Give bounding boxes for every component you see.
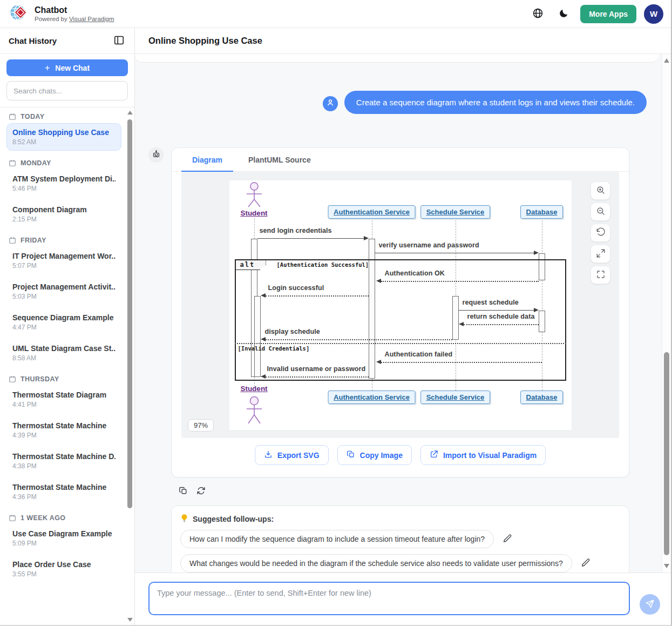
scroll-up-arrow-icon[interactable] xyxy=(127,111,133,115)
sidebar-scrollbar-thumb[interactable] xyxy=(127,119,132,508)
chat-item-title: Thermostat State Machine D... xyxy=(12,452,116,461)
reset-view-button[interactable] xyxy=(590,224,610,242)
chat-history-item[interactable]: Online Shopping Use Case8:52 AM xyxy=(6,123,121,151)
regenerate-icon xyxy=(196,486,206,497)
globe-icon xyxy=(532,8,544,21)
pencil-icon xyxy=(581,558,590,569)
chat-history-item[interactable]: Thermostat State Diagram4:41 PM xyxy=(6,386,121,413)
export-svg-button[interactable]: Export SVG xyxy=(255,445,329,465)
message-line xyxy=(375,253,534,253)
copy-icon xyxy=(179,486,188,497)
followup-suggestion[interactable]: How can I modify the sequence diagram to… xyxy=(180,530,494,548)
chat-history-item[interactable]: Place Order Use Case3:55 PM xyxy=(6,555,121,583)
robot-icon xyxy=(152,150,161,161)
participant-schedule-service-bottom: Schedule Service xyxy=(420,391,491,404)
tab-diagram[interactable]: Diagram xyxy=(181,148,233,172)
chat-item-title: IT Project Management Wor... xyxy=(12,252,116,260)
chat-group-header: MONDAY xyxy=(9,159,119,167)
chat-item-time: 4:39 PM xyxy=(12,432,116,439)
alt-divider xyxy=(235,343,566,344)
send-button[interactable] xyxy=(640,594,660,615)
top-right-controls: More Apps W xyxy=(528,4,663,24)
chat-item-time: 8:58 AM xyxy=(12,354,116,362)
chat-item-title: Sequence Diagram Example xyxy=(12,313,116,322)
followups-card: Suggested follow-ups: How can I modify t… xyxy=(171,506,629,573)
scroll-down-arrow-icon[interactable] xyxy=(127,618,133,622)
chat-history-item[interactable]: Component Diagram2:15 PM xyxy=(6,200,121,228)
more-apps-button[interactable]: More Apps xyxy=(580,5,636,23)
chat-history-item[interactable]: Use Case Diagram Example5:09 PM xyxy=(6,524,121,552)
message-composer xyxy=(135,573,671,625)
edit-followup-button[interactable] xyxy=(581,558,590,569)
message-label: return schedule data xyxy=(467,313,535,320)
main-scrollbar-thumb[interactable] xyxy=(664,352,669,555)
fullscreen-button[interactable] xyxy=(590,266,610,284)
chat-group-label: MONDAY xyxy=(21,159,51,167)
calendar-icon xyxy=(9,375,16,383)
message-tools xyxy=(179,486,629,497)
followup-suggestion[interactable]: What changes would be needed in the diag… xyxy=(180,554,572,573)
chat-item-title: Thermostat State Machine xyxy=(12,421,116,430)
diagram-viewport[interactable]: Student Authentication Service Schedule … xyxy=(181,172,619,438)
zoom-in-icon xyxy=(596,185,606,197)
sidebar-scrollbar[interactable] xyxy=(127,107,133,625)
zoom-in-button[interactable] xyxy=(590,181,610,200)
zoom-out-icon xyxy=(596,206,606,218)
import-to-visual-paradigm-button[interactable]: Import to Visual Paradigm xyxy=(420,445,546,465)
copy-image-button[interactable]: Copy Image xyxy=(337,445,412,465)
main-scrollbar[interactable] xyxy=(662,54,671,573)
new-chat-button[interactable]: +New Chat xyxy=(6,59,128,76)
fit-to-screen-button[interactable] xyxy=(590,245,610,263)
chat-item-title: Place Order Use Case xyxy=(12,560,116,569)
chat-history-item[interactable]: ATM System Deployment Di...5:46 PM xyxy=(6,170,121,197)
calendar-icon xyxy=(9,113,16,120)
external-link-icon xyxy=(430,450,438,460)
brand: Chatbot Powered by Visual Paradigm xyxy=(9,3,114,25)
guard-invalid-credentials: [Invalid Credentials] xyxy=(238,345,310,352)
chat-scroll: Create a sequence diagram where a studen… xyxy=(135,54,662,573)
tab-plantuml-source[interactable]: PlantUML Source xyxy=(237,148,322,172)
bot-avatar xyxy=(148,147,164,163)
collapse-sidebar-button[interactable] xyxy=(112,34,126,48)
regenerate-response-button[interactable] xyxy=(196,486,206,497)
chat-history-item[interactable]: Thermostat State Machine4:39 PM xyxy=(6,416,121,444)
message-input[interactable] xyxy=(148,582,630,615)
chat-item-title: ATM System Deployment Di... xyxy=(12,174,116,183)
chat-history-item[interactable]: Thermostat State Machine D...4:38 PM xyxy=(6,447,121,475)
search-chats-input[interactable] xyxy=(6,81,128,100)
zoom-out-button[interactable] xyxy=(590,203,610,221)
chat-history-item[interactable]: IT Project Management Wor...5:07 PM xyxy=(6,247,121,274)
visual-paradigm-link[interactable]: Visual Paradigm xyxy=(69,16,114,22)
arrowhead xyxy=(376,279,381,283)
followups-heading: Suggested follow-ups: xyxy=(180,514,620,524)
lightbulb-icon xyxy=(180,514,188,524)
participant-schedule-service-top: Schedule Service xyxy=(420,205,491,219)
user-message-bubble: Create a sequence diagram where a studen… xyxy=(344,91,647,114)
chat-item-time: 8:52 AM xyxy=(12,138,116,146)
alt-fragment-label: alt xyxy=(236,260,266,270)
person-icon xyxy=(326,98,335,109)
student-actor-icon xyxy=(240,181,268,210)
dark-mode-button[interactable] xyxy=(554,5,573,23)
reset-view-icon xyxy=(596,227,606,239)
arrowhead xyxy=(261,337,266,341)
chat-history-item[interactable]: Sequence Diagram Example4:47 PM xyxy=(6,308,121,336)
action-button-label: Copy Image xyxy=(360,451,403,460)
scroll-down-arrow-icon[interactable] xyxy=(664,564,669,568)
arrowhead xyxy=(261,374,266,379)
user-account-avatar[interactable]: W xyxy=(644,4,663,24)
message-label: display schedule xyxy=(265,328,320,335)
copy-response-button[interactable] xyxy=(179,486,188,497)
chat-history-item[interactable]: Project Management Activit...5:03 PM xyxy=(6,278,121,305)
edit-followup-button[interactable] xyxy=(503,534,512,545)
chat-history-item[interactable]: UML State Diagram Case St...8:58 AM xyxy=(6,339,121,367)
chat-list: TODAYOnline Shopping Use Case8:52 AMMOND… xyxy=(0,107,125,625)
chat-history-item[interactable]: Thermostat State Machine4:36 PM xyxy=(6,478,121,506)
arrowhead xyxy=(364,236,369,240)
send-paper-plane-icon xyxy=(645,599,655,610)
action-button-label: Import to Visual Paradigm xyxy=(443,451,537,460)
chat-group-label: THURSDAY xyxy=(21,375,59,383)
scroll-up-arrow-icon[interactable] xyxy=(664,58,669,63)
pencil-icon xyxy=(503,534,512,545)
language-globe-button[interactable] xyxy=(528,5,547,23)
